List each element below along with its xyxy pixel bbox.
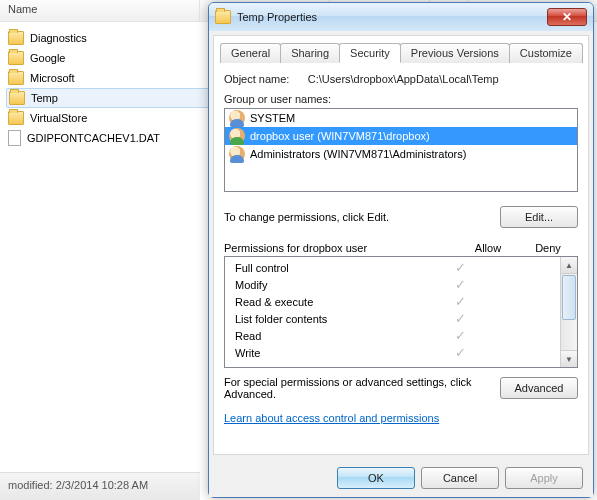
- permission-row: Modify✓: [225, 276, 560, 293]
- scroll-down-icon[interactable]: ▼: [561, 350, 577, 367]
- cancel-button[interactable]: Cancel: [421, 467, 499, 489]
- item-label: Diagnostics: [30, 32, 87, 44]
- ok-button[interactable]: OK: [337, 467, 415, 489]
- tab-general[interactable]: General: [220, 43, 281, 63]
- group-users-label: Group or user names:: [224, 93, 578, 105]
- allow-check-icon: ✓: [430, 311, 490, 326]
- properties-dialog: Temp Properties ✕ GeneralSharingSecurity…: [208, 2, 594, 498]
- item-label: VirtualStore: [30, 112, 87, 124]
- user-icon: [229, 128, 245, 144]
- object-name-label: Object name:: [224, 73, 289, 85]
- permission-name: Read: [235, 330, 430, 342]
- object-name-row: Object name: C:\Users\dropbox\AppData\Lo…: [224, 73, 578, 85]
- permission-name: Write: [235, 347, 430, 359]
- users-group-icon: [229, 110, 245, 126]
- user-label: dropbox user (WIN7VM871\dropbox): [250, 130, 430, 142]
- permission-name: Full control: [235, 262, 430, 274]
- folder-icon: [8, 31, 24, 45]
- apply-button[interactable]: Apply: [505, 467, 583, 489]
- allow-check-icon: ✓: [430, 294, 490, 309]
- advanced-button[interactable]: Advanced: [500, 377, 578, 399]
- permission-row: Read & execute✓: [225, 293, 560, 310]
- allow-check-icon: ✓: [430, 260, 490, 275]
- file-icon: [8, 130, 21, 146]
- titlebar[interactable]: Temp Properties ✕: [209, 3, 593, 31]
- scroll-thumb[interactable]: [562, 275, 576, 320]
- allow-check-icon: ✓: [430, 328, 490, 343]
- folder-icon: [9, 91, 25, 105]
- user-listbox[interactable]: SYSTEMdropbox user (WIN7VM871\dropbox)Ad…: [224, 108, 578, 192]
- allow-check-icon: ✓: [430, 277, 490, 292]
- item-label: Temp: [31, 92, 58, 104]
- item-label: Microsoft: [30, 72, 75, 84]
- scroll-up-icon[interactable]: ▲: [561, 257, 577, 274]
- permission-row: Full control✓: [225, 259, 560, 276]
- item-label: Google: [30, 52, 65, 64]
- tab-sharing[interactable]: Sharing: [280, 43, 340, 63]
- tab-strip: GeneralSharingSecurityPrevious VersionsC…: [220, 42, 582, 63]
- tab-security[interactable]: Security: [339, 43, 401, 63]
- permission-row: Read✓: [225, 327, 560, 344]
- dialog-footer: OK Cancel Apply: [209, 459, 593, 497]
- scrollbar[interactable]: ▲ ▼: [560, 257, 577, 367]
- tab-customize[interactable]: Customize: [509, 43, 583, 63]
- permission-name: List folder contents: [235, 313, 430, 325]
- permission-name: Modify: [235, 279, 430, 291]
- user-item[interactable]: dropbox user (WIN7VM871\dropbox): [225, 127, 577, 145]
- permission-row: Write✓: [225, 344, 560, 361]
- folder-icon: [8, 51, 24, 65]
- permission-row: List folder contents✓: [225, 310, 560, 327]
- permissions-listbox: Full control✓Modify✓Read & execute✓List …: [224, 256, 578, 368]
- perm-header: Permissions for dropbox user: [224, 242, 458, 254]
- dialog-body: GeneralSharingSecurityPrevious VersionsC…: [213, 35, 589, 455]
- folder-icon: [8, 111, 24, 125]
- close-button[interactable]: ✕: [547, 8, 587, 26]
- user-item[interactable]: SYSTEM: [225, 109, 577, 127]
- folder-icon: [215, 10, 231, 24]
- tab-previous-versions[interactable]: Previous Versions: [400, 43, 510, 63]
- edit-button[interactable]: Edit...: [500, 206, 578, 228]
- learn-link[interactable]: Learn about access control and permissio…: [224, 412, 578, 424]
- folder-icon: [8, 71, 24, 85]
- item-label: GDIPFONTCACHEV1.DAT: [27, 132, 160, 144]
- users-group-icon: [229, 146, 245, 162]
- edit-hint: To change permissions, click Edit.: [224, 211, 389, 223]
- col-name[interactable]: Name: [0, 0, 200, 21]
- status-bar: modified: 2/3/2014 10:28 AM: [0, 472, 200, 500]
- advanced-hint: For special permissions or advanced sett…: [224, 376, 490, 400]
- dialog-title: Temp Properties: [237, 11, 541, 23]
- user-label: SYSTEM: [250, 112, 295, 124]
- user-item[interactable]: Administrators (WIN7VM871\Administrators…: [225, 145, 577, 163]
- user-label: Administrators (WIN7VM871\Administrators…: [250, 148, 466, 160]
- object-name-value: C:\Users\dropbox\AppData\Local\Temp: [308, 73, 499, 85]
- allow-check-icon: ✓: [430, 345, 490, 360]
- deny-header: Deny: [518, 242, 578, 254]
- allow-header: Allow: [458, 242, 518, 254]
- permission-name: Read & execute: [235, 296, 430, 308]
